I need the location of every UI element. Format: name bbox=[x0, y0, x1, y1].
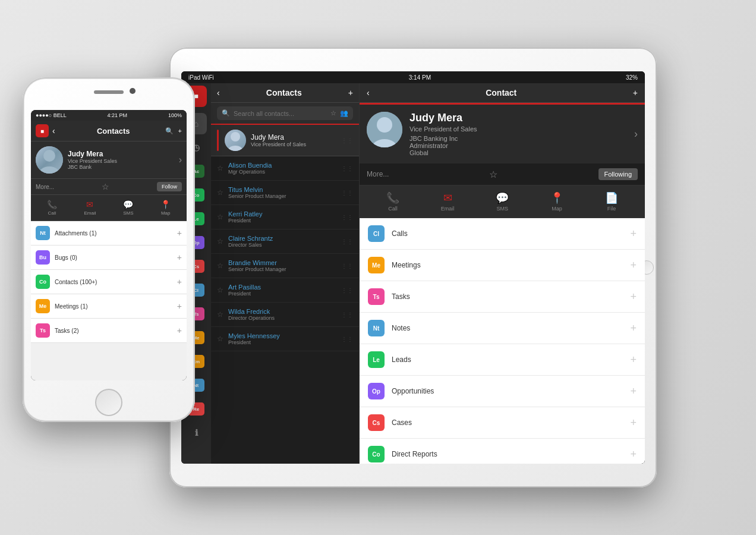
star-wilda[interactable]: ☆ bbox=[217, 310, 223, 319]
detail-sms-action[interactable]: 💬 SMS bbox=[496, 191, 509, 212]
tasks-add[interactable]: + bbox=[630, 291, 637, 303]
detail-list-item-direct-reports[interactable]: Co Direct Reports + bbox=[360, 439, 645, 464]
drag-handle-kerri: ⋮⋮ bbox=[341, 214, 353, 221]
contact-row-brandie[interactable]: ☆ Brandie Wimmer Senior Product Manager … bbox=[211, 254, 359, 278]
selected-contact-info: Judy Mera Vice President of Sales bbox=[251, 133, 306, 147]
detail-more-label[interactable]: More... bbox=[367, 170, 389, 178]
cases-label: Cases bbox=[392, 418, 623, 427]
direct-reports-label: Direct Reports bbox=[392, 450, 623, 458]
calls-add[interactable]: + bbox=[630, 228, 637, 240]
detail-list-item-meetings[interactable]: Me Meetings + bbox=[360, 250, 645, 281]
star-kerri[interactable]: ☆ bbox=[217, 213, 223, 221]
detail-list-item-notes[interactable]: Nt Notes + bbox=[360, 313, 645, 344]
iphone-email-action[interactable]: ✉ Email bbox=[84, 200, 96, 216]
iphone-contact-name: Judy Mera bbox=[68, 150, 174, 158]
tasks-label: Tasks bbox=[392, 292, 623, 301]
ipad-selected-contact-row[interactable]: Judy Mera Vice President of Sales ⋮⋮ bbox=[211, 125, 359, 156]
meetings-add[interactable]: + bbox=[630, 259, 637, 272]
contact-row-wilda[interactable]: ☆ Wilda Fredrick Director Operations ⋮⋮ bbox=[211, 303, 359, 327]
detail-email-label: Email bbox=[441, 206, 455, 212]
bugs-add[interactable]: + bbox=[177, 253, 182, 262]
detail-add-button[interactable]: + bbox=[633, 88, 638, 97]
list-item[interactable]: Co Contacts (100+) + bbox=[31, 270, 187, 294]
ipad-battery: 32% bbox=[626, 74, 638, 81]
star-claire[interactable]: ☆ bbox=[217, 237, 223, 246]
detail-avatar bbox=[367, 112, 402, 147]
notes-badge: Nt bbox=[368, 320, 385, 336]
iphone-map-label: Map bbox=[161, 210, 171, 216]
star-titus[interactable]: ☆ bbox=[217, 188, 223, 197]
selected-contact-avatar bbox=[225, 130, 246, 151]
detail-call-action[interactable]: 📞 Call bbox=[386, 191, 399, 212]
iphone-back-button[interactable]: ‹ bbox=[52, 126, 62, 136]
contacts-add[interactable]: + bbox=[177, 277, 182, 287]
leads-add[interactable]: + bbox=[630, 354, 637, 366]
direct-reports-add[interactable]: + bbox=[630, 448, 637, 461]
meetings-add[interactable]: + bbox=[177, 301, 182, 311]
detail-list-item-cases[interactable]: Cs Cases + bbox=[360, 407, 645, 439]
tasks-label: Tasks (2) bbox=[55, 328, 172, 334]
calls-badge: Cl bbox=[368, 225, 385, 242]
ipad-contacts-panel: ‹ Contacts + 🔍 ☆ 👥 bbox=[211, 83, 360, 464]
detail-contact-role: Vice President of Sales bbox=[410, 125, 627, 133]
drag-handle-alison: ⋮⋮ bbox=[341, 165, 353, 172]
detail-list-item-leads[interactable]: Le Leads + bbox=[360, 344, 645, 376]
notes-add[interactable]: + bbox=[630, 322, 637, 335]
iphone-time: 4:21 PM bbox=[108, 112, 128, 118]
contact-row-titus[interactable]: ☆ Titus Melvin Senior Product Manager ⋮⋮ bbox=[211, 181, 359, 205]
contact-row-claire[interactable]: ☆ Claire Schrantz Director Sales ⋮⋮ bbox=[211, 229, 359, 254]
iphone-search-icon[interactable]: 🔍 bbox=[165, 127, 174, 135]
drag-handle-selected: ⋮⋮ bbox=[341, 137, 353, 144]
contact-row-kerri[interactable]: ☆ Kerri Ratley President ⋮⋮ bbox=[211, 205, 359, 229]
sidebar-item-info[interactable]: ℹ bbox=[185, 422, 207, 443]
iphone-sms-action[interactable]: 💬 SMS bbox=[123, 200, 133, 216]
group-icon[interactable]: 👥 bbox=[340, 109, 348, 117]
detail-map-action[interactable]: 📍 Map bbox=[550, 191, 563, 212]
tasks-badge: Ts bbox=[368, 288, 385, 305]
list-item[interactable]: Nt Attachments (1) + bbox=[31, 221, 187, 246]
contacts-add-button[interactable]: + bbox=[348, 88, 353, 97]
search-input[interactable] bbox=[234, 110, 327, 117]
detail-list-item-tasks[interactable]: Ts Tasks + bbox=[360, 281, 645, 313]
following-button[interactable]: Following bbox=[598, 168, 638, 180]
detail-contact-info: Judy Mera Vice President of Sales JBC Ba… bbox=[410, 112, 627, 156]
iphone-map-action[interactable]: 📍 Map bbox=[160, 200, 171, 216]
iphone-call-action[interactable]: 📞 Call bbox=[47, 200, 57, 216]
list-item[interactable]: Me Meetings (1) + bbox=[31, 294, 187, 319]
detail-chevron-icon[interactable]: › bbox=[634, 128, 638, 140]
attachments-add[interactable]: + bbox=[177, 228, 182, 238]
detail-list-item-calls[interactable]: Cl Calls + bbox=[360, 218, 645, 250]
star-alison[interactable]: ☆ bbox=[217, 164, 223, 172]
contact-row-art[interactable]: ☆ Art Pasillas President ⋮⋮ bbox=[211, 278, 359, 303]
detail-star-icon[interactable]: ☆ bbox=[489, 169, 497, 180]
contact-row-myles[interactable]: ☆ Myles Hennessey President ⋮⋮ bbox=[211, 327, 359, 351]
detail-email-action[interactable]: ✉ Email bbox=[441, 191, 455, 212]
iphone-star-icon[interactable]: ☆ bbox=[102, 182, 109, 191]
detail-file-action[interactable]: 📄 File bbox=[605, 191, 618, 212]
tasks-add[interactable]: + bbox=[177, 326, 182, 335]
iphone-add-icon[interactable]: + bbox=[178, 127, 182, 135]
iphone-action-bar: 📞 Call ✉ Email 💬 SMS 📍 Map bbox=[31, 195, 187, 221]
detail-list-item-opportunities[interactable]: Op Opportunities + bbox=[360, 376, 645, 407]
star-brandie[interactable]: ☆ bbox=[217, 262, 223, 270]
star-art[interactable]: ☆ bbox=[217, 286, 223, 294]
opportunities-add[interactable]: + bbox=[630, 385, 637, 398]
iphone-selected-contact[interactable]: Judy Mera Vice President Sales JBC Bank … bbox=[31, 141, 187, 179]
ipad-device: iPad WiFi 3:14 PM 32% ■ ⌂ ◷ Ac bbox=[169, 48, 657, 487]
contact-row-alison[interactable]: ☆ Alison Buendia Mgr Operations ⋮⋮ bbox=[211, 156, 359, 181]
star-myles[interactable]: ☆ bbox=[217, 335, 223, 343]
tasks-badge: Ts bbox=[36, 323, 50, 338]
favorites-icon[interactable]: ☆ bbox=[330, 109, 336, 117]
list-item[interactable]: Bu Bugs (0) + bbox=[31, 246, 187, 270]
svg-point-2 bbox=[231, 132, 240, 141]
iphone-follow-button[interactable]: Follow bbox=[157, 182, 182, 191]
list-item[interactable]: Ts Tasks (2) + bbox=[31, 319, 187, 343]
iphone-email-label: Email bbox=[84, 210, 96, 216]
contact-info-kerri: Kerri Ratley President bbox=[228, 210, 336, 224]
drag-handle-myles: ⋮⋮ bbox=[341, 336, 353, 342]
iphone-more-label[interactable]: More... bbox=[36, 184, 54, 190]
cases-add[interactable]: + bbox=[630, 417, 637, 429]
opportunities-label: Opportunities bbox=[392, 387, 623, 395]
iphone-home-button[interactable] bbox=[95, 389, 122, 416]
detail-more-row: More... ☆ Following bbox=[360, 163, 645, 185]
